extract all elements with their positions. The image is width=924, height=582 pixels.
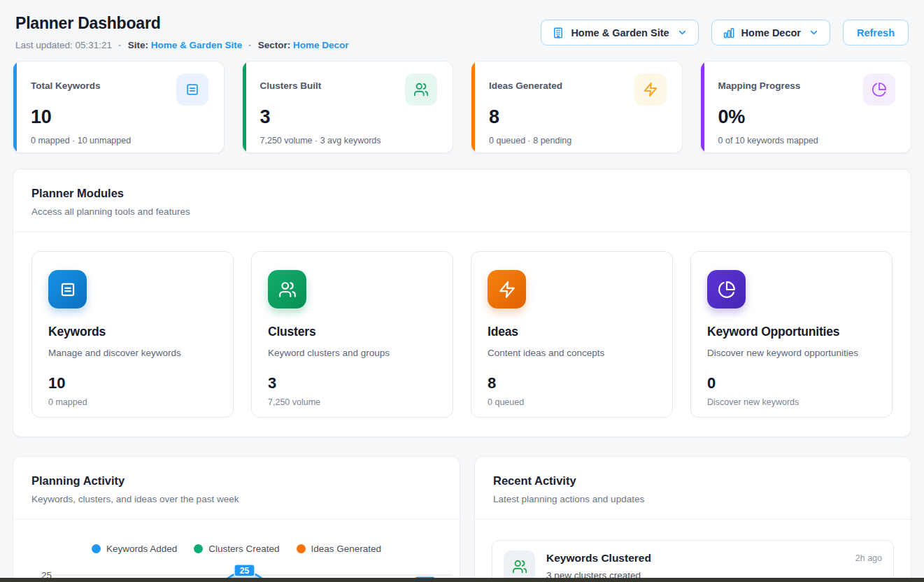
users-icon <box>405 73 437 106</box>
legend-item-keywords-added[interactable]: Keywords Added <box>92 544 177 554</box>
stat-value: 3 <box>260 106 438 128</box>
stat-subtext: 7,250 volume · 3 avg keywords <box>260 136 438 146</box>
module-stat-value: 10 <box>48 374 217 392</box>
svg-text:25: 25 <box>240 566 250 576</box>
lightning-icon <box>488 270 526 308</box>
recent-activity-title: Recent Activity <box>493 474 893 488</box>
module-card-keywords[interactable]: Keywords Manage and discover keywords 10… <box>31 251 234 418</box>
users-icon <box>268 270 306 308</box>
module-stat-label: 0 queued <box>488 397 656 407</box>
stat-value: 8 <box>489 106 667 128</box>
stat-value: 0% <box>718 106 896 128</box>
module-description: Manage and discover keywords <box>48 348 217 358</box>
stat-subtext: 0 of 10 keywords mapped <box>718 136 896 146</box>
sector-selector-dropdown[interactable]: Home Decor <box>711 20 830 45</box>
stat-card-total-keywords: Total Keywords 10 0 mapped · 10 unmapped <box>13 61 225 153</box>
bar-chart-icon <box>723 27 735 39</box>
header-controls: Home & Garden Site Home Decor Refresh <box>541 20 909 45</box>
module-card-keyword-opportunities[interactable]: Keyword Opportunities Discover new keywo… <box>690 251 893 418</box>
legend-dot-blue <box>92 544 101 553</box>
module-stat-value: 8 <box>488 374 656 392</box>
sector-selector-label: Home Decor <box>741 27 801 38</box>
site-meta: Site: Home & Garden Site <box>128 40 243 50</box>
module-stat-label: 0 mapped <box>48 397 217 407</box>
chevron-down-icon <box>809 27 819 38</box>
stat-label: Clusters Built <box>260 80 322 91</box>
module-stat-label: Discover new keywords <box>707 397 876 407</box>
legend-label: Ideas Generated <box>311 544 382 554</box>
planner-modules-panel: Planner Modules Access all planning tool… <box>13 169 911 437</box>
header-meta: Last updated: 05:31:21 · Site: Home & Ga… <box>15 40 349 50</box>
planning-activity-title: Planning Activity <box>31 474 441 488</box>
refresh-button[interactable]: Refresh <box>843 20 909 45</box>
document-icon <box>176 73 208 106</box>
meta-separator: · <box>248 40 252 50</box>
recent-activity-panel: Recent Activity Latest planning actions … <box>474 456 911 582</box>
site-link[interactable]: Home & Garden Site <box>151 40 243 50</box>
legend-item-clusters-created[interactable]: Clusters Created <box>194 544 279 554</box>
module-title: Keywords <box>48 325 217 339</box>
stat-value: 10 <box>31 106 208 128</box>
chevron-down-icon <box>677 27 688 38</box>
page-title: Planner Dashboard <box>15 14 349 33</box>
recent-activity-header: Recent Activity Latest planning actions … <box>475 457 911 520</box>
activity-item-title: Keywords Clustered <box>546 552 844 565</box>
module-card-ideas[interactable]: Ideas Content ideas and concepts 8 0 que… <box>471 251 673 418</box>
data-label-25: 25 <box>234 565 255 576</box>
site-selector-dropdown[interactable]: Home & Garden Site <box>541 20 698 45</box>
legend-item-ideas-generated[interactable]: Ideas Generated <box>297 544 382 554</box>
module-stat-value: 3 <box>268 374 436 392</box>
legend-dot-green <box>194 544 203 553</box>
modules-panel-title: Planner Modules <box>31 187 893 200</box>
sector-meta: Sector: Home Decor <box>258 40 349 50</box>
modules-panel-header: Planner Modules Access all planning tool… <box>13 169 911 232</box>
module-stat-label: 7,250 volume <box>268 397 436 407</box>
site-label: Site: <box>128 40 148 50</box>
stat-label: Total Keywords <box>31 80 101 91</box>
module-card-clusters[interactable]: Clusters Keyword clusters and groups 3 7… <box>251 251 453 418</box>
planning-activity-panel: Planning Activity Keywords, clusters, an… <box>13 456 460 582</box>
site-selector-label: Home & Garden Site <box>571 27 669 38</box>
module-title: Keyword Opportunities <box>707 325 876 339</box>
module-description: Content ideas and concepts <box>488 348 656 358</box>
module-title: Ideas <box>488 325 656 339</box>
stat-subtext: 0 mapped · 10 unmapped <box>31 136 208 146</box>
building-icon <box>552 27 564 39</box>
last-updated-text: Last updated: 05:31:21 <box>15 40 112 50</box>
modules-grid: Keywords Manage and discover keywords 10… <box>13 232 911 436</box>
document-icon <box>48 270 87 308</box>
chart-legend: Keywords Added Clusters Created Ideas Ge… <box>13 544 460 554</box>
stat-subtext: 0 queued · 8 pending <box>489 136 667 146</box>
modules-panel-subtitle: Access all planning tools and features <box>31 206 893 217</box>
stat-card-mapping-progress: Mapping Progress 0% 0 of 10 keywords map… <box>700 61 912 153</box>
module-stat-value: 0 <box>707 374 876 392</box>
planning-activity-subtitle: Keywords, clusters, and ideas over the p… <box>31 494 441 504</box>
sector-link[interactable]: Home Decor <box>293 40 349 50</box>
bottom-row: Planning Activity Keywords, clusters, an… <box>13 456 911 582</box>
module-description: Discover new keyword opportunities <box>707 348 876 358</box>
pie-chart-icon <box>707 270 746 308</box>
recent-activity-list: Keywords Clustered 3 new clusters create… <box>475 520 911 582</box>
pie-chart-icon <box>863 73 895 106</box>
stat-label: Ideas Generated <box>489 80 562 91</box>
legend-label: Clusters Created <box>208 544 279 554</box>
lightning-icon <box>634 73 667 106</box>
stat-card-clusters-built: Clusters Built 3 7,250 volume · 3 avg ke… <box>242 61 454 153</box>
legend-dot-orange <box>297 544 306 553</box>
planner-dashboard-page: Planner Dashboard Last updated: 05:31:21… <box>0 0 924 582</box>
module-description: Keyword clusters and groups <box>268 348 436 358</box>
stat-cards-row: Total Keywords 10 0 mapped · 10 unmapped… <box>13 61 911 153</box>
recent-activity-subtitle: Latest planning actions and updates <box>493 494 893 504</box>
header-left: Planner Dashboard Last updated: 05:31:21… <box>15 14 349 50</box>
sector-label: Sector: <box>258 40 291 50</box>
page-header: Planner Dashboard Last updated: 05:31:21… <box>15 0 909 50</box>
activity-item-keywords-clustered[interactable]: Keywords Clustered 3 new clusters create… <box>492 540 894 582</box>
stat-card-ideas-generated: Ideas Generated 8 0 queued · 8 pending <box>471 61 683 153</box>
meta-separator: · <box>118 40 122 50</box>
bottom-dark-strip <box>0 578 924 582</box>
module-title: Clusters <box>268 325 436 339</box>
stat-label: Mapping Progress <box>718 80 801 91</box>
legend-label: Keywords Added <box>106 544 177 554</box>
planning-activity-header: Planning Activity Keywords, clusters, an… <box>13 457 460 520</box>
